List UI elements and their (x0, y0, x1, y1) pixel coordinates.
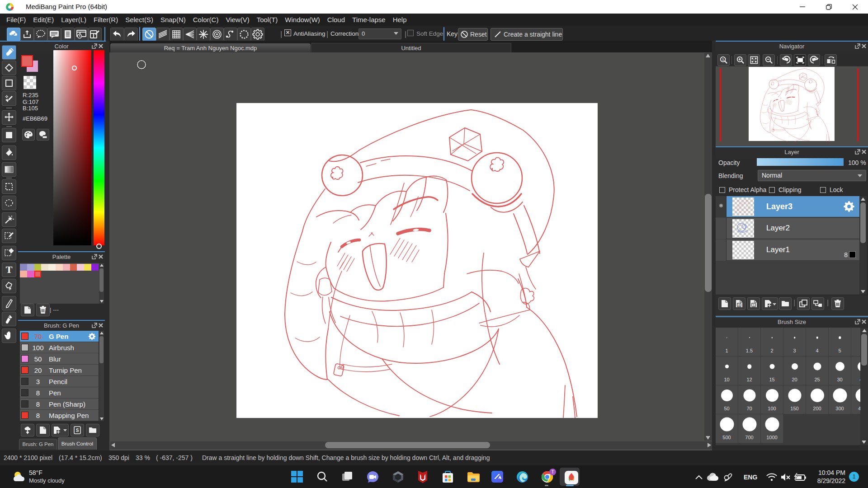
svg-text:S: S (76, 428, 79, 433)
svg-text:1: 1 (722, 57, 724, 61)
svg-text:8: 8 (738, 303, 740, 307)
svg-text:1: 1 (753, 303, 755, 307)
